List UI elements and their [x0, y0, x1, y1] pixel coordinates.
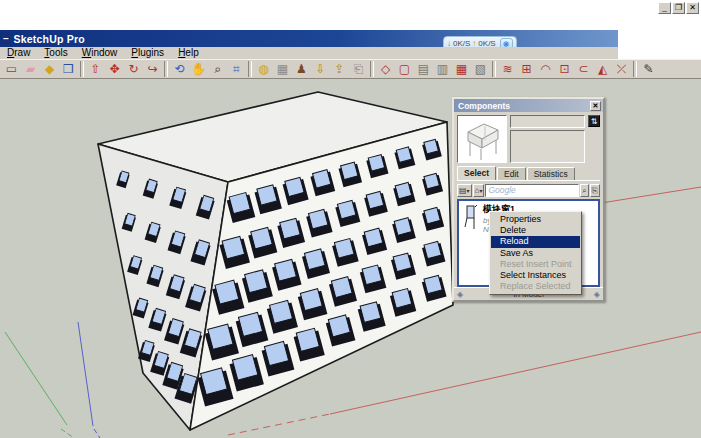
menu-tools[interactable]: Tools — [37, 47, 74, 59]
toolbar-separator — [370, 61, 374, 77]
paint-bucket-tool-icon[interactable]: ◆ — [40, 60, 59, 78]
context-item-replace-selected: Replace Selected — [491, 281, 580, 292]
share-model-icon[interactable]: ⇪ — [330, 60, 349, 78]
component-preview-image — [457, 115, 507, 163]
view-options-button[interactable]: ▤▾ — [457, 184, 472, 197]
follow-me-tool-icon[interactable]: ↪ — [143, 60, 162, 78]
make-component-tool-icon[interactable]: ❒ — [59, 60, 78, 78]
components-panel-close-button[interactable]: ✕ — [590, 101, 601, 111]
style-shaded-icon[interactable]: ▥ — [433, 60, 452, 78]
app-icon: – — [3, 33, 9, 44]
pan-tool-icon[interactable]: ✋ — [189, 60, 208, 78]
toolbar-separator — [80, 61, 84, 77]
component-description-field[interactable] — [510, 130, 585, 163]
search-icon[interactable]: ⌕ — [580, 184, 588, 197]
navigation-home-button[interactable]: ⌂▾ — [473, 184, 485, 197]
rectangle-tool-icon[interactable]: ▭ — [2, 60, 21, 78]
tab-select[interactable]: Select — [457, 166, 496, 180]
minimize-button[interactable]: _ — [658, 2, 671, 14]
style-xray-icon[interactable]: ◇ — [376, 60, 395, 78]
sandbox-from-contours-icon[interactable]: ≋ — [498, 60, 517, 78]
toolbar-separator — [492, 61, 496, 77]
style-monochrome-icon[interactable]: ▧ — [471, 60, 490, 78]
spin-right-icon[interactable]: ◈ — [594, 290, 600, 299]
get-models-icon[interactable]: ⇩ — [311, 60, 330, 78]
window-title: SketchUp Pro — [14, 33, 85, 45]
menu-window[interactable]: Window — [75, 47, 125, 59]
red-axis-dashed — [228, 414, 330, 435]
context-item-reload[interactable]: Reload — [491, 236, 580, 247]
green-axis — [5, 332, 67, 425]
secondary-pane-toggle-button[interactable]: ⇅ — [588, 115, 600, 127]
menu-bar: DrawToolsWindowPluginsHelp — [0, 47, 618, 59]
restore-button[interactable]: ❐ — [672, 2, 685, 14]
menu-draw[interactable]: Draw — [0, 47, 37, 59]
eraser-tool-icon[interactable]: ▰ — [21, 60, 40, 78]
toolbar-separator — [633, 61, 637, 77]
red-axis — [330, 332, 701, 414]
components-panel-titlebar[interactable]: Components ✕ — [454, 99, 603, 112]
component-preview-row: ⇅ — [454, 112, 603, 166]
blue-axis — [78, 322, 93, 426]
menu-plugins[interactable]: Plugins — [124, 47, 171, 59]
zoom-extents-tool-icon[interactable]: ⌗ — [227, 60, 246, 78]
zoom-tool-icon[interactable]: ⌕ — [208, 60, 227, 78]
tab-edit[interactable]: Edit — [497, 167, 526, 180]
context-item-select-instances[interactable]: Select Instances — [491, 270, 580, 281]
move-tool-icon[interactable]: ✥ — [105, 60, 124, 78]
components-search-input[interactable] — [485, 184, 579, 197]
chevron-down-icon: ▾ — [479, 188, 482, 194]
toolbar-separator — [164, 61, 168, 77]
title-bar: – SketchUp Pro — [0, 30, 618, 47]
toolbar: ▭▰◆❒⇧✥↻↪⟲✋⌕⌗◍▦♟⇩⇪⎗◇▢▤▥▦▧≋⊞◠⊡⊂◭⤫✎ — [0, 59, 701, 79]
window-controls: _❐✕ — [658, 2, 699, 14]
get-current-view-icon[interactable]: ◍ — [254, 60, 273, 78]
stamp-tool-icon[interactable]: ⊡ — [555, 60, 574, 78]
components-tabs: SelectEditStatistics — [454, 166, 603, 180]
context-item-properties[interactable]: Properties — [491, 214, 580, 225]
desktop: – SketchUp Pro _❐✕ ↓ 0K/S ↑ 0K/S ❋ DrawT… — [0, 0, 701, 438]
sandbox-from-scratch-icon[interactable]: ⊞ — [517, 60, 536, 78]
component-name-field[interactable] — [510, 115, 585, 128]
components-search-row: ▤▾ ⌂▾ ⌕ ⎘ — [454, 181, 603, 199]
components-panel-title: Components — [458, 101, 510, 111]
blue-axis-dashed — [94, 429, 100, 438]
context-menu: PropertiesDeleteReloadSave AsReset Inser… — [489, 211, 582, 295]
push-pull-tool-icon[interactable]: ⇧ — [86, 60, 105, 78]
tab-statistics[interactable]: Statistics — [527, 167, 575, 180]
style-wireframe-icon[interactable]: ▢ — [395, 60, 414, 78]
add-detail-tool-icon[interactable]: ◭ — [593, 60, 612, 78]
green-axis-dashed — [61, 429, 74, 438]
style-textured-icon[interactable]: ▦ — [452, 60, 471, 78]
context-item-reset-insert-point: Reset Insert Point — [491, 259, 580, 270]
toggle-terrain-icon[interactable]: ▦ — [273, 60, 292, 78]
freehand-pencil-icon[interactable]: ✎ — [639, 60, 658, 78]
close-button[interactable]: ✕ — [686, 2, 699, 14]
drape-tool-icon[interactable]: ⊂ — [574, 60, 593, 78]
style-hidden-line-icon[interactable]: ▤ — [414, 60, 433, 78]
in-model-icon[interactable]: ⎘ — [590, 184, 600, 197]
rotate-tool-icon[interactable]: ↻ — [124, 60, 143, 78]
place-model-icon[interactable]: ♟ — [292, 60, 311, 78]
chevron-down-icon: ▾ — [467, 188, 470, 194]
orbit-tool-icon[interactable]: ⟲ — [170, 60, 189, 78]
context-item-delete[interactable]: Delete — [491, 225, 580, 236]
smoove-tool-icon[interactable]: ◠ — [536, 60, 555, 78]
menu-help[interactable]: Help — [171, 47, 206, 59]
share-component-icon[interactable]: ⎗ — [349, 60, 368, 78]
flip-edge-tool-icon[interactable]: ⤫ — [612, 60, 631, 78]
toolbar-separator — [248, 61, 252, 77]
component-item-thumbnail — [462, 203, 478, 233]
context-item-save-as[interactable]: Save As — [491, 248, 580, 259]
